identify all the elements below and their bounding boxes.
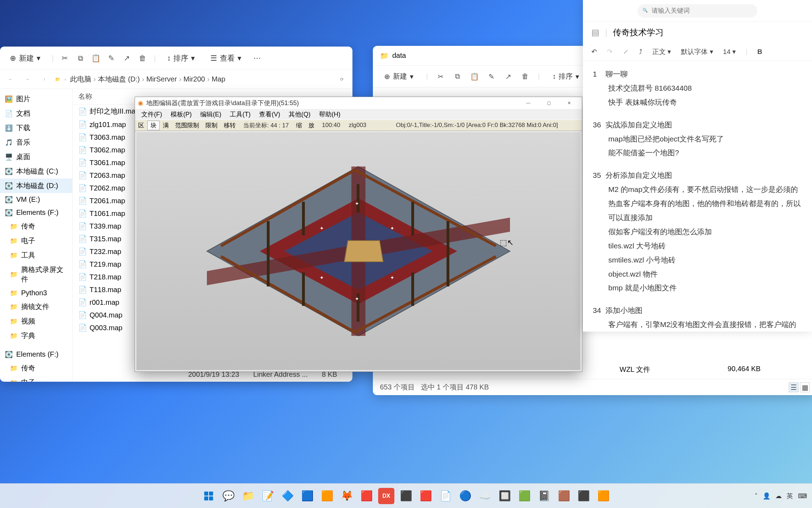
brush-icon[interactable]: ⟋ [622,48,629,56]
app-icon[interactable]: 🔷 [279,488,296,504]
undo-icon[interactable]: ↶ [591,48,597,56]
explorer-icon[interactable]: 📁 [240,488,256,504]
app-icon[interactable]: 🟥 [418,488,434,504]
menu-item[interactable]: 工具(T) [226,109,254,120]
sidebar-item[interactable]: ⬇️下载 [0,121,72,135]
bold-button[interactable]: B [757,48,762,56]
tray-chevron-icon[interactable]: ˄ [755,492,758,500]
breadcrumb[interactable]: 此电脑› 本地磁盘 (D:)› MirServer› Mir200› Map [70,74,225,84]
notepad-icon[interactable]: 📝 [260,488,276,504]
style-select[interactable]: 正文 ▾ [652,47,671,56]
app-icon[interactable]: 🔲 [497,488,513,504]
forward-icon[interactable]: → [21,73,34,86]
sidebar-item[interactable]: 📁工具 [0,248,72,262]
sidebar-item[interactable]: 📁腾格式录屏文件 [0,262,72,286]
copy-icon[interactable]: ⧉ [76,54,85,62]
notes-content[interactable]: 1聊一聊技术交流群号 816634408快手 表妹喊你玩传奇36实战添加自定义地… [583,61,812,332]
sidebar-item[interactable]: 💽VM (E:) [0,193,72,206]
app-icon[interactable]: ☁️ [477,488,493,504]
sidebar-item[interactable]: 💽本地磁盘 (C:) [0,164,72,179]
sidebar-item[interactable]: 🖥️桌面 [0,150,72,164]
sidebar-item[interactable]: 🎵音乐 [0,135,72,150]
sidebar-item[interactable]: 📁摘镜文件 [0,300,72,314]
exp2-new-button[interactable]: ⊕ 新建 ▾ [380,69,418,84]
ime-icon[interactable]: ⌨ [798,492,807,500]
sidebar-item[interactable]: 📁传奇 [0,361,72,375]
back-icon[interactable]: ← [4,73,17,86]
sidebar-item[interactable]: 📁Python3 [0,286,72,300]
sidebar-item[interactable]: 📁电子 [0,375,72,382]
menu-item[interactable]: 查看(V) [256,109,284,120]
sort-button[interactable]: ↕ 排序 ▾ [548,69,583,84]
cut-icon[interactable]: ✂ [436,72,445,81]
close-button[interactable]: ✕ [559,98,579,108]
app-icon[interactable]: 📄 [437,488,454,504]
file-row[interactable]: 2016/4/5 13:36WZX 文件297 KB [373,376,812,379]
redo-icon[interactable]: ↷ [607,48,613,56]
menu-item[interactable]: 帮助(H) [315,109,344,120]
tool-button[interactable]: 块 [147,121,160,130]
app-icon[interactable]: 🟫 [556,488,572,504]
cut-icon[interactable]: ✂ [61,54,69,62]
app-icon[interactable]: 🟧 [595,488,611,504]
refresh-icon[interactable]: ⟳ [336,73,348,86]
rename-icon[interactable]: ✎ [107,54,116,62]
view-details-icon[interactable]: ☰ [789,382,799,392]
tool-button[interactable]: 范围限制 [172,121,202,130]
zoom-in[interactable]: 放 [305,120,318,131]
app-icon[interactable]: ⬛ [398,488,414,504]
app-icon[interactable]: 🟩 [516,488,533,504]
menu-item[interactable]: 编辑(E) [197,109,225,120]
system-tray[interactable]: ˄ 👤 ☁ 英 ⌨ [755,492,807,500]
tool-button[interactable]: 区 [135,121,147,130]
app-icon[interactable]: 🟦 [299,488,315,504]
zoom-out[interactable]: 缩 [293,120,305,131]
tray-person-icon[interactable]: 👤 [763,492,770,500]
sidebar-item[interactable]: 📄文档 [0,106,72,121]
app-icon[interactable]: 🟥 [358,488,375,504]
sidebar-item[interactable]: 📁传奇 [0,219,72,234]
sort-button[interactable]: ↕ 排序 ▾ [163,50,199,66]
start-button[interactable] [201,488,217,504]
paste-icon[interactable]: 📋 [92,54,100,62]
more-icon[interactable]: ⋯ [253,54,261,62]
sidebar-item[interactable]: 📁字典 [0,328,72,343]
up-icon[interactable]: ↑ [38,73,51,86]
column-name[interactable]: 名称 [78,92,92,101]
copy-icon[interactable]: ⧉ [453,72,462,81]
tool-button[interactable]: 满 [160,121,172,130]
paste-icon[interactable]: 📋 [470,72,479,81]
tray-cloud-icon[interactable]: ☁ [775,492,782,500]
explorer2-tab[interactable]: 📁 data [380,52,406,60]
sidebar-item[interactable]: 📁电子 [0,234,72,248]
map-canvas[interactable]: ✦✦ ✦✦ ✦✦ ⬚↖ [135,131,582,371]
menu-item[interactable]: 模板(P) [167,109,195,120]
menu-item[interactable]: 其他(Q) [285,109,314,120]
sidebar-item[interactable]: 🖼️图片 [0,92,72,106]
sidebar-item[interactable]: 💽Elements (F:) [0,348,72,361]
new-button[interactable]: ⊕ 新建 ▾ [6,50,45,66]
share-icon[interactable]: ↗ [123,54,131,62]
upload-icon[interactable]: ⤴ [639,48,642,56]
delete-icon[interactable]: 🗑 [521,72,529,81]
sidebar-item[interactable]: 💽本地磁盘 (D:) [0,179,72,193]
menu-item[interactable]: 文件(F) [138,109,166,120]
search-input[interactable] [638,4,757,18]
tool-button[interactable]: 限制 [202,121,221,130]
minimize-button[interactable]: — [518,98,538,108]
delete-icon[interactable]: 🗑 [138,54,147,62]
rename-icon[interactable]: ✎ [487,72,496,81]
sidebar-item[interactable]: 💽Elements (F:) [0,206,72,219]
view-grid-icon[interactable]: ▦ [800,382,810,392]
app-icon[interactable]: DX [378,488,394,504]
app-icon[interactable]: ⬛ [576,488,592,504]
sidebar-item[interactable]: 📁视频 [0,314,72,328]
maximize-button[interactable]: ▢ [539,98,559,108]
ime-lang[interactable]: 英 [787,492,793,500]
app-icon[interactable]: 🦊 [339,488,355,504]
wechat-icon[interactable]: 💬 [220,488,236,504]
share-icon[interactable]: ↗ [504,72,512,81]
tool-button[interactable]: 移转 [221,121,239,130]
app-icon[interactable]: 📓 [536,488,552,504]
font-size[interactable]: 14 ▾ [723,48,736,56]
